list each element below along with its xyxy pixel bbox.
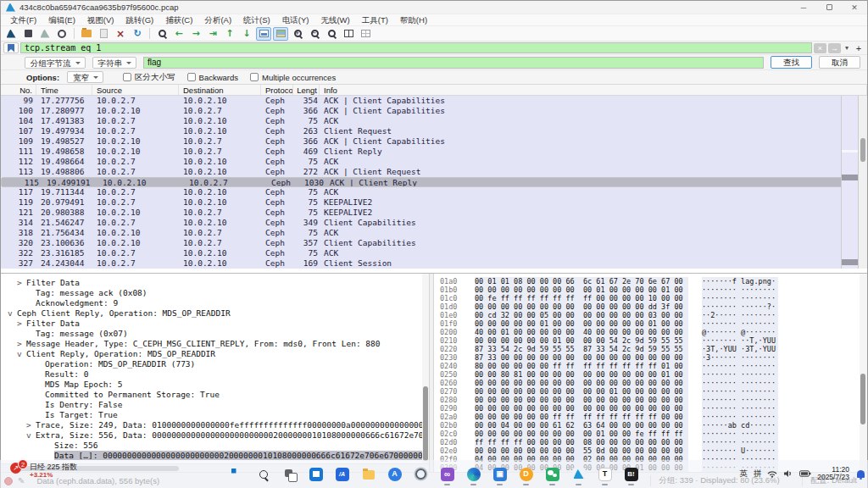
virtualbox-taskbar-icon[interactable]: ▣ [491,463,509,485]
packet-row[interactable]: 11719.71134410.0.2.710.0.2.10Ceph75ACK [1,187,867,197]
wireshark-taskbar-icon[interactable] [570,463,588,485]
expand-icon[interactable]: > [17,339,26,349]
reload-button[interactable] [130,27,145,41]
menu-item-4[interactable]: 捕获(C) [159,14,198,26]
hex-row[interactable]: 01a000 01 01 08 00 00 00 66 6c 61 67 2e … [440,277,867,286]
typora-taskbar-icon[interactable]: T [596,463,615,485]
packet-row[interactable]: 11219.49866410.0.2.710.0.2.10Ceph75ACK [1,157,867,167]
restart-capture-button[interactable] [37,27,53,41]
expert-info-icon[interactable] [4,477,13,485]
column-header-info[interactable]: Info [320,85,867,95]
zoom-reset-button[interactable] [324,27,339,41]
intelligent-scrollbar-minimap[interactable] [841,96,859,269]
go-back-button[interactable] [171,27,186,41]
cancel-button[interactable]: 取消 [819,56,860,69]
detail-tree-line[interactable]: Data […]: 000000000000000000000000020000… [1,451,429,461]
stop-capture-button[interactable] [20,27,36,41]
packet-row[interactable]: 12120.98038810.0.2.1010.0.2.7Ceph75KEEPA… [1,208,867,218]
menu-item-9[interactable]: 工具(T) [356,14,394,26]
minimize-button[interactable]: ─ [791,1,816,14]
ms-store-taskbar-icon[interactable] [307,463,326,485]
detail-tree-line[interactable]: vExtra, Size: 556, Data: 000000000000000… [1,430,429,441]
menu-item-10[interactable]: 帮助(H) [394,14,433,26]
maximize-button[interactable] [816,1,842,14]
scrollbar-thumb[interactable] [423,386,428,461]
hex-row[interactable]: 020040 00 01 00 00 00 00 00 40 00 00 00 … [440,328,867,336]
find-type-select[interactable]: 字符串 [92,57,137,69]
column-header-len[interactable]: Lengt [293,85,320,95]
detail-tree-line[interactable]: Result: 0 [1,369,429,380]
hex-row[interactable]: 023087 33 00 00 00 00 00 00 00 00 00 00 … [440,353,867,362]
hex-row[interactable]: 02c000 00 00 00 00 00 00 00 00 01 00 00 … [440,430,867,438]
colorize-button[interactable] [273,27,288,41]
start-capture-button[interactable] [3,27,19,41]
hex-row[interactable]: 02a000 00 00 00 00 00 ff ff ff ff ff ff … [440,413,867,421]
expand-icon[interactable]: > [17,319,26,329]
find-button[interactable]: 查找 [771,56,812,69]
checkbox-icon[interactable] [123,73,131,81]
collapse-icon[interactable]: v [26,430,36,441]
collapse-icon[interactable]: v [8,308,17,319]
volume-icon[interactable] [783,469,793,478]
hex-row[interactable]: 021000 00 00 00 00 00 01 00 00 00 54 2c … [440,336,867,345]
wifi-icon[interactable] [767,469,777,478]
detail-tree-line[interactable]: Acknowledgment: 9 [1,298,429,308]
open-file-button[interactable] [79,27,94,41]
column-header-dst[interactable]: Destination [179,85,261,95]
packet-row[interactable]: 32023.10063610.0.2.1010.0.2.7Ceph357Clie… [1,238,867,248]
detail-tree-line[interactable]: Tag: message ack (0x08) [1,288,429,298]
find-scope-select[interactable]: 分组字节流 [25,57,86,69]
settings-taskbar-icon[interactable] [412,463,431,485]
packet-row[interactable]: 32724.24304410.0.2.710.0.2.10Ceph169Clie… [1,258,867,269]
edge-taskbar-icon[interactable] [465,463,483,485]
detail-tree-line[interactable]: vClient Reply, Operation: MDS_OP_READDIR [1,349,429,359]
hex-row[interactable]: 01b000 00 00 00 00 00 00 00 00 01 00 00 … [440,286,867,294]
display-grids-button[interactable] [358,27,373,41]
hex-row[interactable]: 02d0ff ff ff ff 00 00 00 00 08 00 00 00 … [440,438,867,446]
hex-row[interactable]: 01c000 fe ff ff ff ff ff ff ff 00 00 00 … [440,294,867,302]
find-input[interactable] [143,57,764,69]
go-forward-button[interactable] [188,27,203,41]
app-slash-a-taskbar-icon[interactable]: /A [333,463,352,485]
go-last-button[interactable] [239,27,254,41]
taskbar-clock[interactable]: 11:20 2025/7/23 [817,466,849,481]
hex-row[interactable]: 01f000 00 00 00 00 01 00 00 00 00 00 00 … [440,319,867,328]
detail-tree-line[interactable]: Size: 556 [1,441,429,451]
detail-tree-line[interactable]: Committed to Permanent Storage: True [1,390,429,400]
hex-row[interactable]: 028000 00 00 00 00 00 00 00 00 00 00 00 … [440,396,867,404]
expand-icon[interactable]: > [26,420,36,430]
menu-item-6[interactable]: 统计(S) [237,14,276,26]
filter-add-button[interactable]: + [853,43,865,53]
packet-row[interactable]: 31421.54624710.0.2.710.0.2.10Ceph349Clie… [1,218,867,228]
capture-comment-icon[interactable]: ✎ [18,476,25,485]
packet-list-scrollbar[interactable] [859,96,867,269]
checkbox-icon[interactable] [187,73,196,81]
packet-row[interactable]: 10719.49793410.0.2.710.0.2.10Ceph263Clie… [1,126,867,136]
hex-row[interactable]: 02e000 00 00 00 00 00 00 00 55 0d 00 00 … [440,446,867,455]
close-file-button[interactable] [113,27,128,41]
detail-tree-line[interactable]: vCeph Client Reply, Operation: MDS_OP_RE… [1,308,429,319]
find-packet-button[interactable] [154,27,170,41]
packet-row[interactable]: 11920.97949110.0.2.710.0.2.10Ceph75KEEPA… [1,197,867,208]
column-header-no[interactable]: No. [1,85,36,95]
packet-row[interactable]: 31821.75643410.0.2.1010.0.2.7Ceph75ACK [1,228,867,238]
wechat-taskbar-icon[interactable] [543,463,562,485]
column-header-proto[interactable]: Protoco [261,85,293,95]
checkbox-option-2[interactable]: Multiple occurrences [250,72,336,83]
filter-apply-button[interactable]: → [828,43,841,53]
menu-item-8[interactable]: 无线(W) [314,14,355,26]
detail-tree-line[interactable]: >Message Header, Type: C_CEPH_MSG_CLIENT… [1,339,429,349]
collapse-icon[interactable]: v [17,349,26,359]
auto-scroll-button[interactable] [256,27,271,41]
visual-studio-taskbar-icon[interactable]: ∞ [438,463,457,485]
detail-tree-line[interactable]: Is Dentry: False [1,400,429,410]
hex-row[interactable]: 029000 00 00 00 00 00 00 00 00 00 00 00 … [440,404,867,413]
detail-tree-line[interactable]: Tag: message (0x07) [1,329,429,339]
ime-language-indicator[interactable]: 英 [739,469,748,480]
expand-icon[interactable]: > [17,278,26,288]
detail-tree-line[interactable]: >Filter Data [1,278,429,288]
options-select[interactable]: 宽窄 [67,71,103,83]
checkbox-option-0[interactable]: 区分大小写 [123,72,175,83]
app-arrow-taskbar-icon[interactable]: A [386,463,404,485]
packet-row[interactable]: 11319.49880610.0.2.710.0.2.10Ceph272ACK … [1,167,867,177]
